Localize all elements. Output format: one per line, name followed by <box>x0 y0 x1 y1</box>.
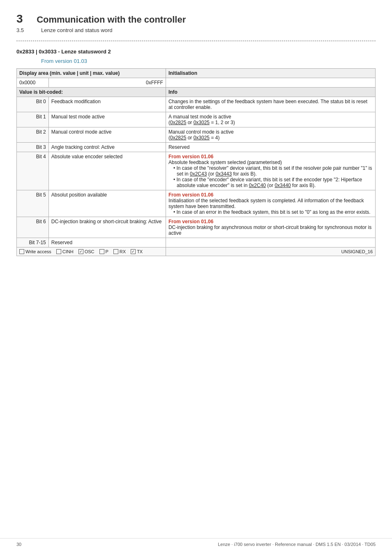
link-0x2C43[interactable]: 0x2C43 <box>190 171 207 177</box>
link-0x2825b[interactable]: 0x2825 <box>170 135 186 141</box>
chapter-number: 3 <box>16 12 23 25</box>
table-footer-row: Write access CINH OSC P <box>17 247 376 256</box>
checkbox-tx: TX <box>131 249 143 254</box>
bit-label: Bit 2 <box>17 127 49 143</box>
cinh-checkbox[interactable] <box>56 249 61 254</box>
bit-info: From version 01.06 Initialisation of the… <box>166 190 375 217</box>
version-tag-bit5: From version 01.06 <box>168 192 213 198</box>
bit-info: Reserved <box>166 143 375 152</box>
addr-info <box>166 78 375 88</box>
link-0x3025b[interactable]: 0x3025 <box>194 135 210 141</box>
register-table: Display area (min. value | unit | max. v… <box>16 68 376 256</box>
bit-info: A manual test mode is active (0x2825 or … <box>166 112 375 127</box>
section-divider <box>16 41 376 41</box>
bit-description: DC-injection braking or short-circuit br… <box>48 217 166 238</box>
table-row: Bit 5 Absolut position available From ve… <box>17 190 376 217</box>
version-tag-bit6: From version 01.06 <box>168 219 213 224</box>
bit-info: Changes in the settings of the feedback … <box>166 97 375 112</box>
chapter-header: 3 Communication with the controller 3.5 … <box>16 12 376 33</box>
link-0x3443[interactable]: 0x3443 <box>216 171 232 177</box>
table-row: Bit 0 Feedback modification Changes in t… <box>17 97 376 112</box>
rx-label: RX <box>120 249 126 254</box>
link-0x3440[interactable]: 0x3440 <box>274 183 291 188</box>
table-row: Bit 1 Manual test mode active A manual t… <box>17 112 376 127</box>
bit-description: Manual test mode active <box>48 112 166 127</box>
version-note: From version 01.03 <box>41 58 376 64</box>
bit-info: From version 01.06 Absolute feedback sys… <box>166 152 375 190</box>
bit-description: Reserved <box>48 238 166 247</box>
checkbox-group: Write access CINH OSC P <box>19 249 163 254</box>
table-header-row: Display area (min. value | unit | max. v… <box>17 69 376 78</box>
bit-description: Absolute value encoder selected <box>48 152 166 190</box>
bit-label: Bit 4 <box>17 152 49 190</box>
bit-info: From version 01.06 DC-injection braking … <box>166 217 375 238</box>
tx-checkbox[interactable] <box>131 249 136 254</box>
footer-checkboxes: Write access CINH OSC P <box>17 247 166 256</box>
link-0x2825[interactable]: 0x2825 <box>170 120 186 125</box>
link-0x2C40[interactable]: 0x2C40 <box>249 183 266 188</box>
page-footer: 30 Lenze · i700 servo inverter · Referen… <box>0 538 392 547</box>
table-row: Bit 3 Angle tracking control: Active Res… <box>17 143 376 152</box>
section-label-right: Info <box>166 88 375 97</box>
table-row: Bit 6 DC-injection braking or short-circ… <box>17 217 376 238</box>
checkbox-rx: RX <box>113 249 126 254</box>
bullet-3: • In case of an error in the feedback sy… <box>173 209 373 215</box>
bit-label: Bit 7-15 <box>17 238 49 247</box>
bit-label: Bit 3 <box>17 143 49 152</box>
checkbox-p: P <box>99 249 108 254</box>
bit-description: Feedback modification <box>48 97 166 112</box>
checkbox-osc: OSC <box>78 249 95 254</box>
section-label-row: Value is bit-coded: Info <box>17 88 376 97</box>
p-checkbox[interactable] <box>99 249 104 254</box>
bit-description: Manual control mode active <box>48 127 166 143</box>
osc-checkbox[interactable] <box>78 249 83 254</box>
register-title: 0x2833 | 0x3033 - Lenze statusword 2 <box>16 49 376 55</box>
table-row: Bit 2 Manual control mode active Manual … <box>17 127 376 143</box>
chapter-title: Communication with the controller <box>37 14 186 25</box>
section-label-left: Value is bit-coded: <box>17 88 166 97</box>
bullet-2: • In case of the "encoder" device varian… <box>173 177 373 188</box>
p-label: P <box>106 249 108 254</box>
bit-description: Absolut position available <box>48 190 166 217</box>
bit-info <box>166 238 375 247</box>
data-type: UNSIGNED_16 <box>166 247 375 256</box>
write-access-label: Write access <box>25 249 51 254</box>
version-tag-bit4: From version 01.06 <box>168 154 213 160</box>
document-info: Lenze · i700 servo inverter · Reference … <box>218 542 376 547</box>
col1-header: Display area (min. value | unit | max. v… <box>17 69 166 78</box>
bit-label: Bit 5 <box>17 190 49 217</box>
cinh-label: CINH <box>62 249 74 254</box>
bit-label: Bit 0 <box>17 97 49 112</box>
bit-description: Angle tracking control: Active <box>48 143 166 152</box>
addr-start: 0x0000 <box>17 78 49 88</box>
checkbox-write-access: Write access <box>19 249 51 254</box>
checkbox-cinh: CINH <box>56 249 74 254</box>
bit-label: Bit 1 <box>17 112 49 127</box>
col2-header: Initialisation <box>166 69 375 78</box>
bullet-1: • In case of the "resolver" device varia… <box>173 165 373 177</box>
addr-end: 0xFFFF <box>48 78 166 88</box>
sub-number: 3.5 <box>16 27 41 33</box>
bit-info: Manual control mode is active (0x2825 or… <box>166 127 375 143</box>
address-row: 0x0000 0xFFFF <box>17 78 376 88</box>
rx-checkbox[interactable] <box>113 249 118 254</box>
page-number: 30 <box>16 542 21 547</box>
tx-label: TX <box>137 249 143 254</box>
link-0x3025[interactable]: 0x3025 <box>194 120 210 125</box>
bit-label: Bit 6 <box>17 217 49 238</box>
osc-label: OSC <box>85 249 95 254</box>
write-access-checkbox[interactable] <box>19 249 24 254</box>
table-row: Bit 4 Absolute value encoder selected Fr… <box>17 152 376 190</box>
table-row: Bit 7-15 Reserved <box>17 238 376 247</box>
sub-title: Lenze control and status word <box>41 27 112 33</box>
